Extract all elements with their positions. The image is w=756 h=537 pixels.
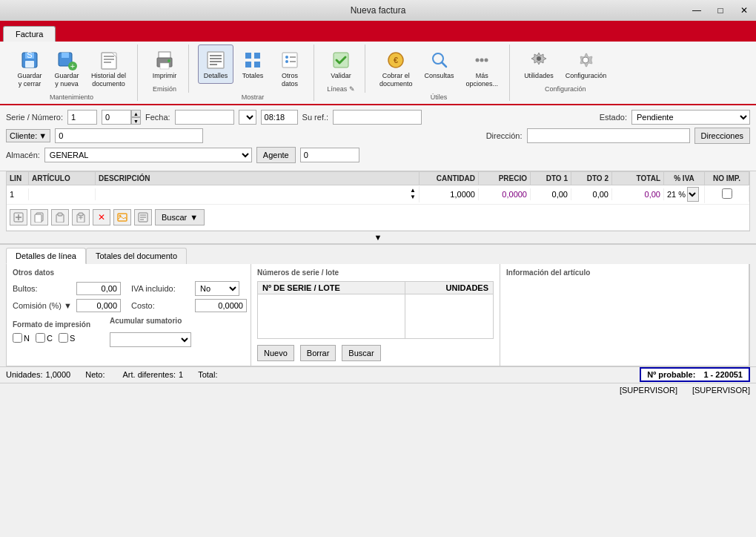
iva-select[interactable]: ▼ xyxy=(687,187,699,202)
td-descripcion[interactable]: ▲ ▼ xyxy=(96,186,420,202)
iva-incl-label: IVA incluido: xyxy=(131,284,190,293)
totales-button[interactable]: Totales xyxy=(235,45,271,84)
configuracion-button[interactable]: Configuración xyxy=(560,45,612,84)
almacen-select[interactable]: GENERAL xyxy=(44,148,252,162)
serie-spinner[interactable]: ▲ ▼ xyxy=(102,110,141,125)
maximize-button[interactable]: □ xyxy=(709,0,732,21)
mas-opciones-button[interactable]: Másopciones... xyxy=(461,45,504,92)
lineas-buttons: Validar xyxy=(323,45,359,84)
unidades-value: 1,0000 xyxy=(46,370,71,379)
cliente-input[interactable] xyxy=(55,128,203,143)
serie-nuevo-button[interactable]: Nuevo xyxy=(257,345,294,361)
th-articulo: ARTÍCULO xyxy=(29,172,96,185)
formato-c-check[interactable] xyxy=(36,333,45,343)
paste-special-button[interactable]: + xyxy=(72,209,90,225)
ribbon-group-config: Utilidades Configuración Configuración xyxy=(513,45,617,93)
serie-buscar-button[interactable]: Buscar xyxy=(342,345,380,361)
consultas-icon xyxy=(428,48,451,72)
comision-input[interactable] xyxy=(76,299,121,312)
cobrar-button[interactable]: € Cobrar eldocumento xyxy=(374,45,418,92)
acumular-section: Acumular sumatorio xyxy=(110,317,191,347)
notes-button[interactable] xyxy=(134,209,152,225)
th-lin: LIN xyxy=(7,172,29,185)
serie-empty-cell2 xyxy=(405,294,494,338)
fecha-input[interactable] xyxy=(175,110,234,125)
descripcion-input[interactable] xyxy=(99,190,408,199)
utilidades-button[interactable]: Utilidades xyxy=(519,45,559,84)
art-item: Art. diferentes: 1 xyxy=(123,370,184,379)
serie-input[interactable] xyxy=(67,110,97,125)
td-iva[interactable]: 21 % ▼ xyxy=(664,185,705,203)
imprimir-button[interactable]: Imprimir xyxy=(147,45,182,84)
collapse-arrow[interactable]: ▼ xyxy=(0,231,756,244)
historial-button[interactable]: Historial deldocumento xyxy=(86,45,131,92)
factura-tab[interactable]: Factura xyxy=(3,26,56,42)
formato-s-label[interactable]: S xyxy=(59,333,75,343)
guardar-nueva-button[interactable]: + Guardary nueva xyxy=(49,45,84,92)
acumular-select[interactable] xyxy=(110,332,191,347)
spin-up[interactable]: ▲ xyxy=(131,110,141,117)
copy-button[interactable] xyxy=(30,209,48,225)
td-articulo[interactable] xyxy=(29,188,96,200)
guardar-cerrar-button[interactable]: S Guardary cerrar xyxy=(12,45,47,92)
tab-detalles-linea[interactable]: Detalles de línea xyxy=(6,248,86,264)
down-arrow-icon: ▼ xyxy=(374,233,382,242)
spin-arrows[interactable]: ▲ ▼ xyxy=(131,110,141,125)
add-row-button[interactable] xyxy=(10,209,27,225)
form-area: Serie / Número: ▲ ▼ Fecha: ▼ Su ref.: Es… xyxy=(0,105,756,171)
direccion-input[interactable] xyxy=(527,128,690,143)
unidades-item: Unidades: 1,0000 xyxy=(6,370,70,379)
direcciones-button[interactable]: Direcciones xyxy=(694,128,750,144)
formato-c-text: C xyxy=(47,334,53,343)
consultas-button[interactable]: Consultas xyxy=(420,45,460,84)
comision-chevron[interactable]: ▼ xyxy=(64,301,72,310)
formato-n-label[interactable]: N xyxy=(13,333,30,343)
close-button[interactable]: ✕ xyxy=(732,0,756,21)
tab-totales-documento[interactable]: Totales del documento xyxy=(86,248,187,264)
iva-cell: 21 % ▼ xyxy=(667,187,701,202)
formato-c-label[interactable]: C xyxy=(36,333,53,343)
svg-rect-25 xyxy=(282,53,297,67)
bultos-input[interactable] xyxy=(76,282,121,295)
serie-borrar-button[interactable]: Borrar xyxy=(300,345,336,361)
fecha-dropdown[interactable]: ▼ xyxy=(239,110,256,125)
articulo-input[interactable] xyxy=(32,190,95,199)
agente-button[interactable]: Agente xyxy=(256,147,296,163)
costo-input[interactable] xyxy=(195,299,247,312)
cliente-button[interactable]: Cliente: ▼ xyxy=(6,129,50,142)
formato-s-check[interactable] xyxy=(59,333,68,343)
bottom-panel: Otros datos Bultos: IVA incluido: No Sí … xyxy=(6,264,750,366)
detalles-button[interactable]: Detalles xyxy=(198,45,233,84)
otros-datos-label: Otrosdatos xyxy=(282,72,298,88)
formato-n-check[interactable] xyxy=(13,333,22,343)
hora-input[interactable] xyxy=(261,110,298,125)
svg-rect-5 xyxy=(62,53,69,58)
serie-label: Serie / Número: xyxy=(6,113,63,122)
config-group-label: Configuración xyxy=(545,85,586,93)
agente-input[interactable] xyxy=(300,148,359,162)
numero-input[interactable] xyxy=(102,110,131,125)
th-dto2: DTO 2 xyxy=(571,172,612,185)
bottom-status-bar: [SUPERVISOR] [SUPERVISOR] xyxy=(0,383,756,398)
validar-button[interactable]: Validar xyxy=(323,45,359,84)
su-ref-input[interactable] xyxy=(333,110,422,125)
ribbon-group-lineas: Validar Líneas ✎ xyxy=(317,45,365,93)
print-icon xyxy=(153,48,176,72)
noimp-checkbox[interactable] xyxy=(722,188,732,199)
td-noimp[interactable] xyxy=(705,187,749,202)
desc-spin-down[interactable]: ▼ xyxy=(410,194,416,201)
paste-button[interactable] xyxy=(51,209,69,225)
mostrar-buttons: Detalles Totales Otrosdatos xyxy=(198,45,308,92)
iva-incl-select[interactable]: No Sí xyxy=(195,281,239,296)
otros-datos-button[interactable]: Otrosdatos xyxy=(272,45,308,92)
estado-select[interactable]: Pendiente xyxy=(631,110,750,125)
formato-row: Formato de impresión N C S xyxy=(13,317,245,347)
buscar-table-button[interactable]: Buscar ▼ xyxy=(155,209,205,225)
spin-down[interactable]: ▼ xyxy=(131,117,141,125)
lineas-group-label: Líneas ✎ xyxy=(327,85,355,93)
delete-button[interactable]: ✕ xyxy=(93,209,110,225)
formato-n-text: N xyxy=(24,334,30,343)
minimize-button[interactable]: — xyxy=(685,0,709,21)
image-button[interactable] xyxy=(113,209,131,225)
configuracion-label: Configuración xyxy=(566,72,607,80)
